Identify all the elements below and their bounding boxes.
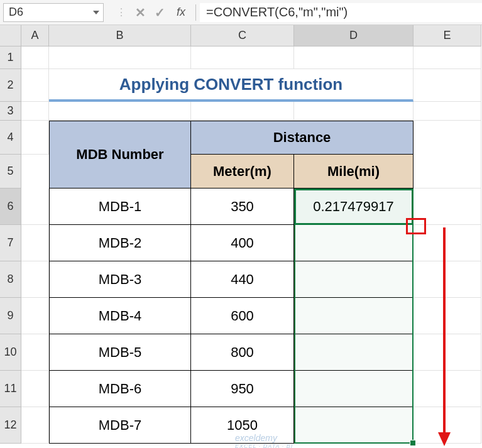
cell[interactable] bbox=[294, 102, 414, 121]
row-header-11[interactable]: 11 bbox=[0, 371, 21, 407]
cell-mdb[interactable]: MDB-7 bbox=[49, 407, 191, 444]
row-header-8[interactable]: 8 bbox=[0, 261, 21, 298]
row-headers: 1 2 3 4 5 6 7 8 9 10 11 12 bbox=[0, 46, 21, 444]
header-mile[interactable]: Mile(mi) bbox=[294, 155, 414, 188]
cell-mdb[interactable]: MDB-5 bbox=[49, 334, 191, 371]
header-meter[interactable]: Meter(m) bbox=[191, 155, 294, 188]
cell-mile[interactable] bbox=[294, 298, 414, 334]
watermark-tag: EXCEL · DATA · BI bbox=[235, 443, 293, 448]
cell[interactable] bbox=[414, 69, 481, 102]
row-header-7[interactable]: 7 bbox=[0, 225, 21, 261]
cell[interactable] bbox=[21, 121, 49, 155]
cancel-icon[interactable]: ✕ bbox=[135, 5, 146, 20]
cell-mdb[interactable]: MDB-4 bbox=[49, 298, 191, 334]
cell-mdb[interactable]: MDB-6 bbox=[49, 371, 191, 407]
dropdown-icon[interactable] bbox=[93, 11, 99, 14]
cell-meter[interactable]: 400 bbox=[191, 225, 294, 261]
arrow-down-icon bbox=[435, 227, 454, 447]
col-header-c[interactable]: C bbox=[191, 25, 294, 46]
cell[interactable] bbox=[21, 371, 49, 407]
cell-mile[interactable] bbox=[294, 261, 414, 298]
cell[interactable] bbox=[191, 46, 294, 69]
cell[interactable] bbox=[21, 225, 49, 261]
formula-bar: D6 ⋮ ✕ ✓ fx =CONVERT(C6,"m","mi") bbox=[0, 0, 482, 25]
row-header-4[interactable]: 4 bbox=[0, 121, 21, 155]
cell[interactable] bbox=[49, 102, 191, 121]
cell-mdb[interactable]: MDB-1 bbox=[49, 188, 191, 225]
page-title[interactable]: Applying CONVERT function bbox=[49, 69, 414, 102]
cell[interactable] bbox=[49, 46, 191, 69]
cell-meter[interactable]: 950 bbox=[191, 371, 294, 407]
col-header-b[interactable]: B bbox=[49, 25, 191, 46]
col-header-a[interactable]: A bbox=[21, 25, 49, 46]
separator-icon: ⋮ bbox=[116, 6, 126, 18]
row-header-5[interactable]: 5 bbox=[0, 155, 21, 188]
cell-meter[interactable]: 440 bbox=[191, 261, 294, 298]
cell-meter[interactable]: 600 bbox=[191, 298, 294, 334]
row-header-2[interactable]: 2 bbox=[0, 69, 21, 102]
cell[interactable] bbox=[21, 298, 49, 334]
name-box-value: D6 bbox=[9, 6, 23, 19]
formula-input[interactable]: =CONVERT(C6,"m","mi") bbox=[200, 3, 482, 22]
cell[interactable] bbox=[21, 69, 49, 102]
column-headers: A B C D E bbox=[21, 25, 481, 46]
row-header-6[interactable]: 6 bbox=[0, 188, 21, 225]
cell-meter[interactable]: 800 bbox=[191, 334, 294, 371]
accept-icon[interactable]: ✓ bbox=[155, 5, 165, 20]
col-header-e[interactable]: E bbox=[414, 25, 481, 46]
row-header-1[interactable]: 1 bbox=[0, 46, 21, 69]
watermark-brand: exceldemy bbox=[235, 433, 277, 443]
cell-mile[interactable]: 0.217479917 bbox=[294, 188, 414, 225]
cell[interactable] bbox=[294, 46, 414, 69]
cell-mdb[interactable]: MDB-2 bbox=[49, 225, 191, 261]
row-header-9[interactable]: 9 bbox=[0, 298, 21, 334]
svg-marker-1 bbox=[438, 432, 451, 446]
cell[interactable] bbox=[414, 121, 481, 188]
cell-grid: Applying CONVERT function MDB Number Dis… bbox=[21, 46, 481, 444]
header-distance[interactable]: Distance bbox=[191, 121, 414, 155]
name-box[interactable]: D6 bbox=[3, 3, 104, 22]
cell[interactable] bbox=[21, 334, 49, 371]
watermark: exceldemy EXCEL · DATA · BI bbox=[235, 433, 293, 448]
col-header-d[interactable]: D bbox=[294, 25, 414, 46]
formula-text: =CONVERT(C6,"m","mi") bbox=[206, 5, 348, 19]
cell-mdb[interactable]: MDB-3 bbox=[49, 261, 191, 298]
fx-icon[interactable]: fx bbox=[177, 6, 185, 19]
cell-mile[interactable] bbox=[294, 407, 414, 444]
row-header-3[interactable]: 3 bbox=[0, 102, 21, 121]
divider bbox=[195, 4, 196, 21]
cell[interactable] bbox=[21, 102, 49, 121]
cell[interactable] bbox=[414, 188, 481, 225]
cell[interactable] bbox=[21, 188, 49, 225]
cell[interactable] bbox=[414, 102, 481, 121]
row-header-10[interactable]: 10 bbox=[0, 334, 21, 371]
header-mdb[interactable]: MDB Number bbox=[49, 121, 191, 188]
cell[interactable] bbox=[414, 46, 481, 69]
formula-bar-buttons: ⋮ ✕ ✓ bbox=[116, 5, 165, 20]
cell[interactable] bbox=[21, 407, 49, 444]
cell-mile[interactable] bbox=[294, 225, 414, 261]
select-all-corner[interactable] bbox=[0, 25, 21, 46]
cell-mile[interactable] bbox=[294, 334, 414, 371]
row-header-12[interactable]: 12 bbox=[0, 407, 21, 444]
cell-meter[interactable]: 350 bbox=[191, 188, 294, 225]
cell[interactable] bbox=[191, 102, 294, 121]
cell[interactable] bbox=[21, 46, 49, 69]
cell[interactable] bbox=[21, 261, 49, 298]
cell-mile[interactable] bbox=[294, 371, 414, 407]
